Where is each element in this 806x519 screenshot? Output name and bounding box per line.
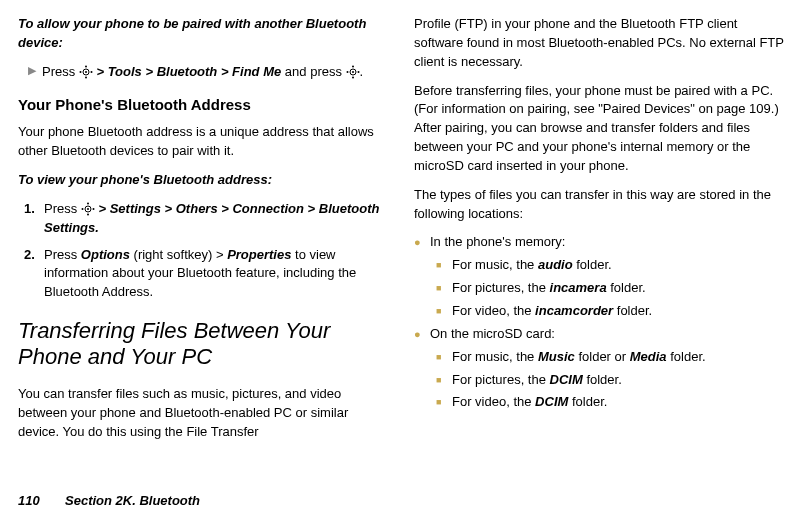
step-1: 1. Press > Settings > Others > Connectio… — [24, 200, 392, 238]
section-label: Section 2K. Bluetooth — [65, 493, 200, 508]
bullet-disc-icon: ● — [414, 233, 430, 252]
step-text: Press > Settings > Others > Connection >… — [44, 200, 392, 238]
svg-point-11 — [352, 77, 354, 79]
bullet-text: For video, the DCIM folder. — [452, 393, 607, 412]
right-column: Profile (FTP) in your phone and the Blue… — [414, 15, 788, 451]
para-file-types: The types of files you can transfer in t… — [414, 186, 788, 224]
bullet-text: For pictures, the DCIM folder. — [452, 371, 622, 390]
instruction-text: Press > Tools > Bluetooth > Find Me and … — [42, 63, 363, 82]
bullet-text: For pictures, the incamera folder. — [452, 279, 646, 298]
step-number: 1. — [24, 200, 44, 238]
bullet-text: For video, the incamcorder folder. — [452, 302, 652, 321]
bullet-video-dcim: ■ For video, the DCIM folder. — [436, 393, 788, 412]
bullet-square-icon: ■ — [436, 348, 452, 367]
svg-point-2 — [79, 71, 81, 73]
intro-pairing: To allow your phone to be paired with an… — [18, 15, 392, 53]
bullet-square-icon: ■ — [436, 393, 452, 412]
bullet-square-icon: ■ — [436, 256, 452, 275]
bullet-square-icon: ■ — [436, 302, 452, 321]
para-transfer-intro: You can transfer files such as music, pi… — [18, 385, 392, 442]
page-footer: 110 Section 2K. Bluetooth — [18, 492, 200, 511]
svg-point-4 — [85, 66, 87, 68]
page-number: 110 — [18, 493, 40, 508]
svg-point-7 — [352, 71, 354, 73]
bullet-pictures-incamera: ■ For pictures, the incamera folder. — [436, 279, 788, 298]
svg-point-13 — [87, 208, 89, 210]
svg-point-16 — [87, 203, 89, 205]
bullet-music-audio: ■ For music, the audio folder. — [436, 256, 788, 275]
intro-view-address: To view your phone's Bluetooth address: — [18, 171, 392, 190]
bullet-pictures-dcim: ■ For pictures, the DCIM folder. — [436, 371, 788, 390]
nav-icon — [79, 65, 93, 79]
nav-icon — [81, 202, 95, 216]
left-column: To allow your phone to be paired with an… — [18, 15, 392, 451]
svg-point-17 — [87, 214, 89, 216]
svg-point-14 — [81, 208, 83, 210]
svg-point-5 — [85, 77, 87, 79]
bullet-square-icon: ■ — [436, 279, 452, 298]
svg-point-1 — [85, 71, 87, 73]
list-marker-arrow: ▶ — [28, 63, 42, 82]
step-number: 2. — [24, 246, 44, 303]
bullet-music-microsd: ■ For music, the Music folder or Media f… — [436, 348, 788, 367]
step-2: 2. Press Options (right softkey) > Prope… — [24, 246, 392, 303]
bullet-microsd: ● On the microSD card: — [414, 325, 788, 344]
nav-icon — [346, 65, 360, 79]
bullet-video-incamcorder: ■ For video, the incamcorder folder. — [436, 302, 788, 321]
instruction-find-me: ▶ Press > Tools > Bluetooth > Find Me an… — [28, 63, 392, 82]
svg-point-10 — [352, 66, 354, 68]
heading-bluetooth-address: Your Phone's Bluetooth Address — [18, 94, 392, 116]
bullet-square-icon: ■ — [436, 371, 452, 390]
para-ftp-profile: Profile (FTP) in your phone and the Blue… — [414, 15, 788, 72]
step-text: Press Options (right softkey) > Properti… — [44, 246, 392, 303]
bullet-disc-icon: ● — [414, 325, 430, 344]
bullet-text: For music, the Music folder or Media fol… — [452, 348, 706, 367]
para-before-transfer: Before transferring files, your phone mu… — [414, 82, 788, 176]
para-bt-address: Your phone Bluetooth address is a unique… — [18, 123, 392, 161]
svg-point-8 — [346, 71, 348, 73]
bullet-phone-memory: ● In the phone's memory: — [414, 233, 788, 252]
bullet-text: For music, the audio folder. — [452, 256, 612, 275]
heading-transferring-files: Transferring Files Between Your Phone an… — [18, 318, 392, 371]
